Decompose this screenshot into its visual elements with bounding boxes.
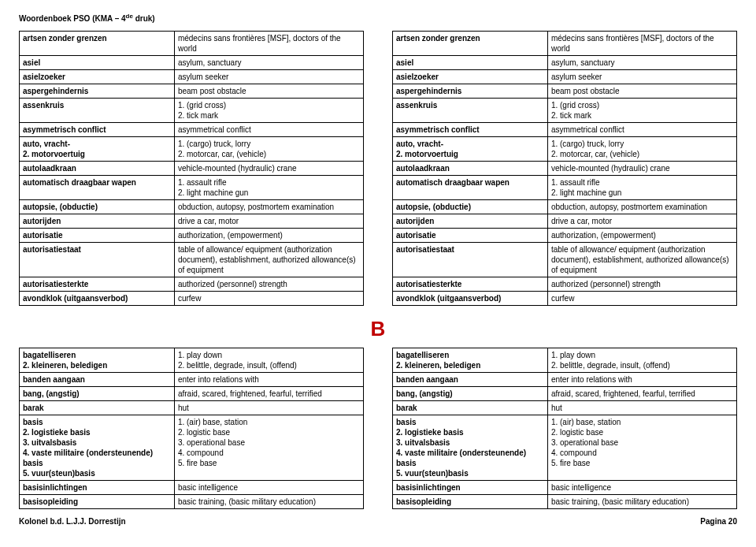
term-cell: avondklok (uitgaansverbod) [393,292,548,306]
table-row: assenkruis1. (grid cross) 2. tick mark [20,99,364,123]
table-row: asymmetrisch conflictasymmetrical confli… [20,123,364,137]
definition-cell: 1. assault rifle 2. light machine gun [174,176,363,200]
definition-cell: asymmetrical conflict [174,123,363,137]
term-cell: artsen zonder grenzen [393,32,548,56]
table-row: asielasylum, sanctuary [20,56,364,70]
definition-cell: 1. (air) base, station 2. logistic base … [547,415,736,481]
term-cell: autorijden [20,214,175,229]
definition-cell: vehicle-mounted (hydraulic) crane [174,162,363,176]
term-cell: autolaadkraan [20,162,175,176]
definition-cell: médecins sans frontières [MSF], doctors … [174,32,363,56]
definition-cell: basic intelligence [174,481,363,495]
table-row: banden aangaanenter into relations with [20,373,364,387]
term-cell: asielzoeker [393,70,548,84]
term-cell: basis 2. logistieke basis 3. uitvalsbasi… [20,415,175,481]
definition-cell: beam post obstacle [174,84,363,99]
term-cell: basis 2. logistieke basis 3. uitvalsbasi… [393,415,548,481]
table-row: basisopleidingbasic training, (basic mil… [20,495,364,509]
definition-cell: afraid, scared, frightened, fearful, ter… [547,387,736,401]
term-cell: aspergehindernis [393,84,548,99]
term-cell: automatisch draagbaar wapen [20,176,175,200]
term-cell: bang, (angstig) [393,387,548,401]
term-cell: bagatelliseren 2. kleineren, beledigen [393,348,548,373]
definition-cell: hut [174,401,363,415]
table-row: aspergehindernisbeam post obstacle [393,84,737,99]
definition-cell: médecins sans frontières [MSF], doctors … [547,32,736,56]
definition-cell: drive a car, motor [174,214,363,229]
term-cell: autorisatie [393,229,548,243]
definition-cell: basic intelligence [547,481,736,495]
table-row: autorisatiesterkteauthorized (personnel)… [20,277,364,292]
table-row: basis 2. logistieke basis 3. uitvalsbasi… [393,415,737,481]
page-footer: Kolonel b.d. L.J.J. Dorrestijn Pagina 20 [19,517,737,526]
definition-cell: authorization, (empowerment) [174,229,363,243]
definition-cell: authorized (personnel) strength [174,277,363,292]
table-row: autopsie, (obductie)obduction, autopsy, … [393,200,737,214]
table-row: bang, (angstig)afraid, scared, frightene… [393,387,737,401]
table-row: autopsie, (obductie)obduction, autopsy, … [20,200,364,214]
definition-cell: basic training, (basic military educatio… [547,495,736,509]
table-row: aspergehindernisbeam post obstacle [20,84,364,99]
footer-right: Pagina 20 [700,517,737,526]
table-row: bagatelliseren 2. kleineren, beledigen1.… [20,348,364,373]
table-row: autorisatieauthorization, (empowerment) [20,229,364,243]
table-a-right: artsen zonder grenzenmédecins sans front… [392,31,737,306]
definition-cell: asymmetrical conflict [547,123,736,137]
table-b-left: bagatelliseren 2. kleineren, beledigen1.… [19,348,364,509]
term-cell: autorisatiestaat [20,243,175,277]
table-row: artsen zonder grenzenmédecins sans front… [393,32,737,56]
table-row: basisinlichtingenbasic intelligence [20,481,364,495]
table-row: artsen zonder grenzenmédecins sans front… [20,32,364,56]
columns-b: bagatelliseren 2. kleineren, beledigen1.… [19,348,737,509]
table-a-left: artsen zonder grenzenmédecins sans front… [19,31,364,306]
term-cell: auto, vracht- 2. motorvoertuig [393,137,548,162]
definition-cell: table of allowance/ equipment (authoriza… [547,243,736,277]
table-b-right: bagatelliseren 2. kleineren, beledigen1.… [392,348,737,509]
section-letter: B [19,317,737,341]
table-row: automatisch draagbaar wapen1. assault ri… [20,176,364,200]
definition-cell: basic training, (basic military educatio… [174,495,363,509]
term-cell: asymmetrisch conflict [393,123,548,137]
term-cell: bang, (angstig) [20,387,175,401]
definition-cell: table of allowance/ equipment (authoriza… [174,243,363,277]
term-cell: basisinlichtingen [393,481,548,495]
term-cell: autolaadkraan [393,162,548,176]
term-cell: asiel [393,56,548,70]
header-title-a: Woordenboek PSO (KMA – 4 [19,14,126,23]
term-cell: auto, vracht- 2. motorvoertuig [20,137,175,162]
table-row: autorijdendrive a car, motor [393,214,737,229]
term-cell: autorijden [393,214,548,229]
definition-cell: 1. (grid cross) 2. tick mark [174,99,363,123]
definition-cell: obduction, autopsy, postmortem examinati… [174,200,363,214]
table-row: automatisch draagbaar wapen1. assault ri… [393,176,737,200]
table-row: autorisatiestaattable of allowance/ equi… [20,243,364,277]
header-title-b: druk) [133,14,155,23]
footer-left: Kolonel b.d. L.J.J. Dorrestijn [19,517,126,526]
table-row: banden aangaanenter into relations with [393,373,737,387]
table-row: autolaadkraanvehicle-mounted (hydraulic)… [20,162,364,176]
term-cell: autopsie, (obductie) [20,200,175,214]
term-cell: autopsie, (obductie) [393,200,548,214]
term-cell: avondklok (uitgaansverbod) [20,292,175,306]
term-cell: barak [20,401,175,415]
definition-cell: curfew [547,292,736,306]
table-row: basisopleidingbasic training, (basic mil… [393,495,737,509]
term-cell: basisopleiding [20,495,175,509]
term-cell: barak [393,401,548,415]
table-row: autorisatiestaattable of allowance/ equi… [393,243,737,277]
table-row: autolaadkraanvehicle-mounted (hydraulic)… [393,162,737,176]
table-row: asymmetrisch conflictasymmetrical confli… [393,123,737,137]
definition-cell: beam post obstacle [547,84,736,99]
table-row: autorijdendrive a car, motor [20,214,364,229]
term-cell: autorisatie [20,229,175,243]
table-row: asielasylum, sanctuary [393,56,737,70]
definition-cell: authorization, (empowerment) [547,229,736,243]
columns-a: artsen zonder grenzenmédecins sans front… [19,31,737,306]
table-row: bagatelliseren 2. kleineren, beledigen1.… [393,348,737,373]
definition-cell: 1. assault rifle 2. light machine gun [547,176,736,200]
term-cell: basisopleiding [393,495,548,509]
term-cell: bagatelliseren 2. kleineren, beledigen [20,348,175,373]
table-row: auto, vracht- 2. motorvoertuig1. (cargo)… [20,137,364,162]
definition-cell: enter into relations with [174,373,363,387]
table-row: asielzoekerasylum seeker [393,70,737,84]
